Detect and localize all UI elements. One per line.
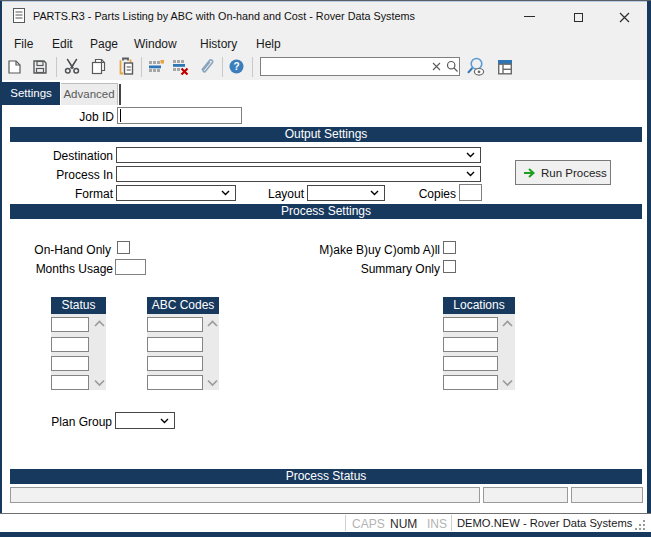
svg-text:?: ? [233, 61, 239, 72]
